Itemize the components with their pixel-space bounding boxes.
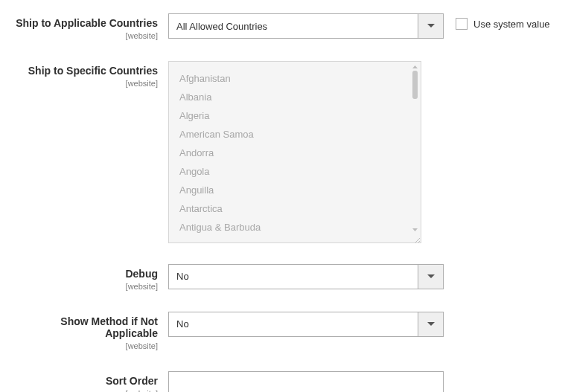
scroll-down-icon[interactable] (411, 226, 419, 234)
select-value: All Allowed Countries (169, 21, 418, 32)
chevron-down-icon (427, 322, 435, 327)
scrollbar[interactable] (411, 63, 419, 241)
label-debug: Debug [website] (6, 264, 168, 291)
sort-order-input[interactable] (168, 371, 444, 392)
label-scope: [website] (6, 79, 158, 88)
ship-applicable-select[interactable]: All Allowed Countries (168, 13, 444, 39)
debug-select[interactable]: No (168, 264, 444, 289)
dropdown-button[interactable] (418, 14, 443, 38)
list-item[interactable]: Albania (179, 88, 421, 106)
svg-line-0 (414, 238, 420, 243)
ship-specific-multiselect[interactable]: Afghanistan Albania Algeria American Sam… (168, 61, 421, 243)
use-system-label: Use system value (473, 19, 550, 30)
label-scope: [website] (6, 389, 158, 392)
label-scope: [website] (6, 341, 158, 350)
multiselect-list: Afghanistan Albania Algeria American Sam… (169, 62, 421, 237)
label-text: Sort Order (6, 375, 158, 388)
label-ship-specific: Ship to Specific Countries [website] (6, 61, 168, 88)
list-item[interactable]: Andorra (179, 144, 421, 162)
scroll-thumb[interactable] (412, 71, 418, 99)
list-item[interactable]: Anguilla (179, 181, 421, 199)
scroll-up-icon[interactable] (411, 63, 419, 71)
list-item[interactable]: Antigua & Barbuda (179, 218, 421, 237)
label-scope: [website] (6, 31, 158, 40)
chevron-down-icon (427, 274, 435, 279)
dropdown-button[interactable] (418, 312, 443, 336)
list-item[interactable]: Angola (179, 162, 421, 181)
label-show-method: Show Method if Not Applicable [website] (6, 312, 168, 351)
select-value: No (169, 271, 418, 282)
label-text: Ship to Applicable Countries (6, 17, 158, 30)
dropdown-button[interactable] (418, 265, 443, 289)
list-item[interactable]: Afghanistan (179, 69, 421, 88)
label-sort-order: Sort Order [website] (6, 371, 168, 392)
resize-handle-icon[interactable] (412, 234, 420, 242)
show-method-select[interactable]: No (168, 312, 444, 337)
label-text: Debug (6, 268, 158, 280)
select-value: No (169, 318, 418, 330)
list-item[interactable]: American Samoa (179, 125, 421, 144)
chevron-down-icon (427, 24, 435, 28)
label-text: Ship to Specific Countries (6, 65, 158, 77)
label-text: Show Method if Not Applicable (6, 315, 158, 341)
use-system-checkbox[interactable] (456, 18, 468, 30)
label-ship-applicable: Ship to Applicable Countries [website] (6, 13, 168, 40)
list-item[interactable]: Antarctica (179, 199, 421, 218)
svg-line-1 (417, 241, 420, 243)
list-item[interactable]: Algeria (179, 106, 421, 125)
label-scope: [website] (6, 282, 158, 291)
